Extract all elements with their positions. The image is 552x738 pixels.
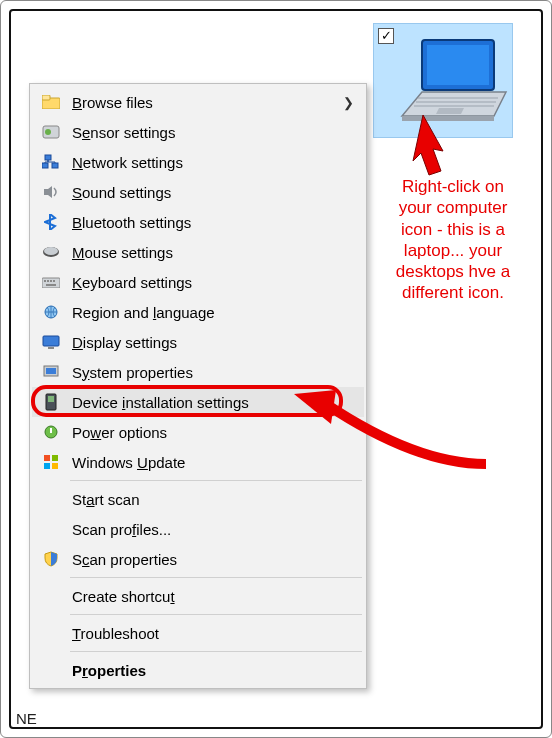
menu-create-shortcut[interactable]: Create shortcut	[32, 581, 364, 611]
sound-icon	[40, 182, 62, 202]
menu-keyboard-settings[interactable]: Keyboard settings	[32, 267, 364, 297]
selection-checkbox[interactable]: ✓	[378, 28, 394, 44]
menu-label: Scan properties	[72, 551, 177, 568]
menu-label: Sensor settings	[72, 124, 175, 141]
menu-label: Troubleshoot	[72, 625, 159, 642]
menu-label: Keyboard settings	[72, 274, 192, 291]
sensor-icon	[40, 122, 62, 142]
svg-marker-7	[436, 108, 464, 114]
menu-browse-files[interactable]: Browse files	[32, 87, 364, 117]
menu-label: Browse files	[72, 94, 153, 111]
menu-windows-update[interactable]: Windows Update	[32, 447, 364, 477]
display-icon	[40, 332, 62, 352]
network-icon	[40, 152, 62, 172]
menu-label: Windows Update	[72, 454, 185, 471]
svg-rect-20	[44, 280, 46, 282]
power-icon	[40, 422, 62, 442]
svg-rect-23	[53, 280, 55, 282]
svg-rect-14	[42, 163, 48, 168]
menu-display-settings[interactable]: Display settings	[32, 327, 364, 357]
menu-label: Power options	[72, 424, 167, 441]
svg-marker-3	[402, 116, 494, 121]
annotation-text: Right-click on your computer icon - this…	[393, 176, 513, 304]
svg-rect-29	[46, 368, 56, 374]
separator	[70, 480, 362, 481]
svg-rect-26	[43, 336, 59, 346]
menu-label: Display settings	[72, 334, 177, 351]
svg-marker-16	[44, 186, 52, 198]
menu-label: Device installation settings	[72, 394, 249, 411]
separator	[70, 651, 362, 652]
menu-label: Bluetooth settings	[72, 214, 191, 231]
svg-point-18	[44, 247, 58, 255]
svg-rect-1	[427, 45, 489, 85]
keyboard-icon	[40, 272, 62, 292]
svg-rect-36	[52, 463, 58, 469]
svg-rect-21	[47, 280, 49, 282]
computer-icon-tile[interactable]: ✓	[373, 23, 513, 138]
laptop-icon	[394, 36, 514, 136]
svg-rect-10	[42, 95, 50, 100]
menu-label: Start scan	[72, 491, 140, 508]
menu-power-options[interactable]: Power options	[32, 417, 364, 447]
svg-rect-27	[48, 347, 54, 349]
mouse-icon	[40, 242, 62, 262]
menu-label: Region and language	[72, 304, 215, 321]
menu-network-settings[interactable]: Network settings	[32, 147, 364, 177]
svg-rect-24	[46, 284, 56, 286]
folder-icon	[40, 92, 62, 112]
region-icon	[40, 302, 62, 322]
cutoff-text: NE	[16, 710, 37, 727]
menu-sensor-settings[interactable]: Sensor settings	[32, 117, 364, 147]
system-icon	[40, 362, 62, 382]
svg-rect-31	[48, 396, 54, 402]
svg-rect-22	[50, 280, 52, 282]
menu-start-scan[interactable]: Start scan	[32, 484, 364, 514]
menu-system-properties[interactable]: System properties	[32, 357, 364, 387]
context-menu: Browse files Sensor settings Network set…	[29, 83, 367, 689]
svg-rect-35	[44, 463, 50, 469]
menu-scan-properties[interactable]: Scan properties	[32, 544, 364, 574]
menu-bluetooth-settings[interactable]: Bluetooth settings	[32, 207, 364, 237]
bluetooth-icon	[40, 212, 62, 232]
menu-label: Create shortcut	[72, 588, 175, 605]
menu-mouse-settings[interactable]: Mouse settings	[32, 237, 364, 267]
menu-label: Sound settings	[72, 184, 171, 201]
menu-properties[interactable]: Properties	[32, 655, 364, 685]
svg-rect-19	[42, 278, 60, 288]
svg-rect-34	[52, 455, 58, 461]
menu-label: Properties	[72, 662, 146, 679]
update-icon	[40, 452, 62, 472]
shield-icon	[40, 549, 62, 569]
separator	[70, 614, 362, 615]
menu-region-language[interactable]: Region and language	[32, 297, 364, 327]
menu-device-installation-settings[interactable]: Device installation settings	[32, 387, 364, 417]
menu-label: Mouse settings	[72, 244, 173, 261]
svg-point-12	[45, 129, 51, 135]
menu-label: Network settings	[72, 154, 183, 171]
svg-rect-13	[45, 155, 51, 160]
svg-rect-15	[52, 163, 58, 168]
separator	[70, 577, 362, 578]
device-icon	[40, 392, 62, 412]
menu-scan-profiles[interactable]: Scan profiles...	[32, 514, 364, 544]
svg-rect-33	[44, 455, 50, 461]
menu-sound-settings[interactable]: Sound settings	[32, 177, 364, 207]
menu-label: System properties	[72, 364, 193, 381]
menu-troubleshoot[interactable]: Troubleshoot	[32, 618, 364, 648]
menu-label: Scan profiles...	[72, 521, 171, 538]
